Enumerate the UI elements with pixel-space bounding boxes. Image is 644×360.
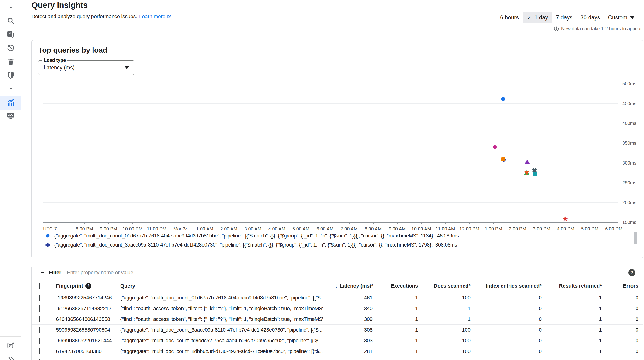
x-axis-tick <box>614 222 614 224</box>
cell-query: {"aggregate": "multi_doc_count_fd9ddc52-… <box>120 338 323 344</box>
time-range-30-days[interactable]: 30 days <box>576 12 604 23</box>
time-range-1-day[interactable]: ✓ 1 day <box>523 12 552 23</box>
sidebar-item-security[interactable] <box>0 68 22 82</box>
x-axis-tick <box>494 222 494 224</box>
cell-index_entries: 0 <box>471 316 542 322</box>
sidebar-item-query-editor[interactable] <box>0 27 22 42</box>
filter-icon <box>40 270 46 276</box>
cell-query: {"find": "oauth_access_token", "filter":… <box>120 316 323 322</box>
sidebar-item-release-notes[interactable] <box>0 338 22 353</box>
column-header-fingerprint[interactable]: Fingerprint? <box>50 283 120 289</box>
sidebar-item-query-insights[interactable] <box>0 95 22 110</box>
sidebar-item-dot-top[interactable] <box>0 0 22 14</box>
cell-errors: 0 <box>602 316 639 322</box>
column-header-docs_scanned[interactable]: Docs scanned* <box>419 283 471 289</box>
column-header-errors[interactable]: Errors <box>602 283 639 289</box>
data-point-diamond[interactable] <box>492 144 497 149</box>
sidebar-item-search[interactable] <box>0 13 22 28</box>
column-header-executions[interactable]: Executions <box>373 283 419 289</box>
cell-index_entries: 0 <box>471 327 542 333</box>
y-axis-label: 150ms <box>622 220 636 225</box>
x-axis-label: 1:00 PM <box>485 226 502 232</box>
gridline <box>43 103 618 104</box>
row-checkbox[interactable] <box>39 348 40 355</box>
table-row[interactable]: -1939399225467714246{"aggregate": "multi… <box>32 293 643 303</box>
time-range-custom[interactable]: Custom <box>604 12 638 23</box>
data-point-triangle-up[interactable] <box>524 159 530 164</box>
x-axis-tick <box>349 222 350 224</box>
gridline <box>43 84 618 84</box>
row-checkbox-cell <box>32 348 50 355</box>
column-header-results_returned[interactable]: Results returned* <box>542 283 602 289</box>
legend-item[interactable]: {"aggregate": "multi_doc_count_3aacc09a-… <box>41 242 459 248</box>
filter-input[interactable] <box>67 270 486 276</box>
fingerprint-help-icon[interactable]: ? <box>85 283 92 289</box>
row-checkbox[interactable] <box>39 316 40 322</box>
data-point-square[interactable] <box>501 157 505 161</box>
x-axis-tick <box>373 222 374 224</box>
y-axis-label: 450ms <box>622 101 636 106</box>
y-axis-label: 500ms <box>622 81 636 86</box>
cell-executions: 1 <box>373 295 419 301</box>
data-point-square[interactable] <box>533 172 537 176</box>
column-header-latency[interactable]: ↓Latency (ms)* <box>323 282 373 289</box>
table-header-row: Fingerprint?Query↓Latency (ms)*Execution… <box>32 279 643 293</box>
time-range-7-days[interactable]: 7 days <box>552 12 576 23</box>
cell-docs_scanned: 100 <box>419 359 471 360</box>
cell-executions: 1 <box>373 359 419 360</box>
top-queries-card: Top queries by load Load type Latency (m… <box>32 40 643 258</box>
table-row[interactable]: 6464365664806143558{"find": "oauth_acces… <box>32 314 643 325</box>
cell-results_returned: 1 <box>542 348 602 355</box>
sidebar-item-collapse[interactable] <box>0 355 22 360</box>
sidebar-item-history[interactable] <box>0 41 22 55</box>
chevron-down-icon <box>630 16 634 19</box>
sidebar-item-dot-middle[interactable] <box>0 81 22 95</box>
x-axis-tick <box>157 222 157 224</box>
card-scrollbar-thumb[interactable] <box>634 232 638 244</box>
learn-more-link[interactable]: Learn more <box>139 13 172 19</box>
row-checkbox[interactable] <box>39 306 40 312</box>
cell-errors: 0 <box>602 327 639 333</box>
x-axis-label: 8:00 PM <box>76 226 93 232</box>
chart-title: Top queries by load <box>38 46 107 54</box>
select-all-checkbox[interactable] <box>39 283 40 289</box>
gridline <box>43 143 618 143</box>
x-axis-label: 5:00 AM <box>292 226 310 232</box>
column-header-query[interactable]: Query <box>120 283 323 289</box>
data-point-circle[interactable] <box>501 97 505 101</box>
sidebar-item-trash[interactable] <box>0 54 22 69</box>
cell-results_returned: 1 <box>542 295 602 301</box>
table-row[interactable]: 6194237005168380{"aggregate": "multi_doc… <box>32 346 643 357</box>
data-point-triangle-down[interactable] <box>524 171 529 175</box>
table-row[interactable]: 5909598265530790504{"aggregate": "multi_… <box>32 325 643 335</box>
row-checkbox[interactable] <box>39 338 40 344</box>
table-help-icon[interactable]: ? <box>628 269 635 276</box>
time-range-6-hours[interactable]: 6 hours <box>496 12 523 23</box>
check-icon: ✓ <box>527 12 532 23</box>
load-type-select[interactable]: Load type Latency (ms) <box>38 60 134 75</box>
table-row[interactable]: -8295002236194316765{"aggregate": "multi… <box>32 357 643 360</box>
column-label: Latency (ms)* <box>340 283 373 289</box>
row-checkbox-cell <box>32 295 50 301</box>
cell-executions: 1 <box>373 306 419 312</box>
cell-docs_scanned: 100 <box>419 327 471 333</box>
x-axis-label: 2:00 AM <box>220 226 237 232</box>
x-axis-tick <box>84 222 85 224</box>
query-insights-page: Query insights Detect and analyze query … <box>0 0 644 360</box>
cell-latency: 281 <box>323 348 373 355</box>
cell-results_returned: 1 <box>542 327 602 333</box>
data-point-star[interactable]: ★ <box>561 215 569 223</box>
row-checkbox[interactable] <box>39 327 40 333</box>
sidebar-item-system-insights[interactable] <box>0 109 22 123</box>
table-row[interactable]: -6126638357114832217{"find": "oauth_acce… <box>32 303 643 314</box>
dot-icon <box>10 6 12 8</box>
query-document-icon <box>6 30 15 39</box>
table-row[interactable]: -6699038652201821444{"aggregate": "multi… <box>32 335 643 346</box>
row-checkbox[interactable] <box>39 295 40 301</box>
column-header-index_entries[interactable]: Index entries scanned* <box>471 283 542 289</box>
x-axis-label: 10:00 PM <box>123 226 143 232</box>
chevron-down-icon <box>125 66 129 69</box>
row-checkbox[interactable] <box>39 359 40 360</box>
legend-item[interactable]: {"aggregate": "multi_doc_count_01d67a7b-… <box>41 233 459 239</box>
cell-index_entries: 0 <box>471 359 542 360</box>
